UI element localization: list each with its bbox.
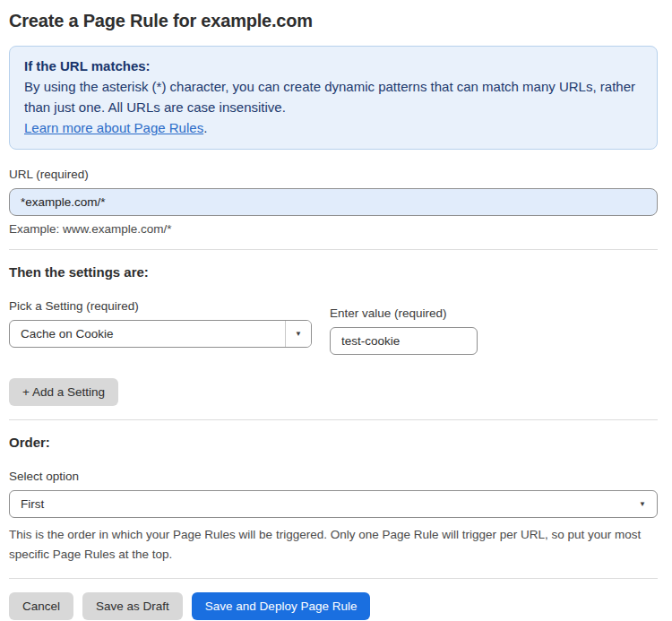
add-setting-button[interactable]: + Add a Setting: [9, 378, 118, 406]
enter-value-group: Enter value (required): [330, 299, 478, 355]
url-input[interactable]: [9, 188, 658, 216]
setting-select[interactable]: Cache on Cookie ▼: [9, 320, 312, 348]
chevron-down-icon: ▼: [639, 501, 646, 508]
order-select[interactable]: First ▼: [9, 490, 658, 518]
url-match-info-box: If the URL matches: By using the asteris…: [9, 46, 658, 150]
url-label: URL (required): [9, 168, 658, 181]
setting-row: Pick a Setting (required) Cache on Cooki…: [9, 299, 658, 355]
learn-more-link[interactable]: Learn more about Page Rules: [24, 120, 203, 135]
settings-heading: Then the settings are:: [9, 264, 658, 280]
section-divider: [9, 419, 658, 420]
url-field-group: URL (required) Example: www.example.com/…: [9, 168, 658, 236]
info-link-row: Learn more about Page Rules.: [24, 117, 642, 138]
section-divider: [9, 249, 658, 250]
order-heading: Order:: [9, 435, 658, 450]
order-description: This is the order in which your Page Rul…: [9, 525, 658, 565]
info-box-heading: If the URL matches:: [24, 56, 642, 76]
page-title: Create a Page Rule for example.com: [9, 11, 658, 31]
url-hint: Example: www.example.com/*: [9, 222, 658, 236]
setting-value-input[interactable]: [330, 327, 478, 355]
save-deploy-button[interactable]: Save and Deploy Page Rule: [192, 592, 371, 620]
cancel-button[interactable]: Cancel: [9, 592, 73, 620]
footer-actions: Cancel Save as Draft Save and Deploy Pag…: [9, 592, 658, 620]
order-select-value: First: [10, 497, 657, 511]
info-box-body: By using the asterisk (*) character, you…: [24, 76, 642, 117]
order-select-label: Select option: [9, 470, 658, 483]
pick-setting-group: Pick a Setting (required) Cache on Cooki…: [9, 299, 312, 348]
pick-setting-label: Pick a Setting (required): [9, 299, 312, 313]
section-divider: [9, 578, 658, 579]
setting-select-value: Cache on Cookie: [10, 327, 285, 341]
chevron-down-icon: ▼: [295, 331, 302, 338]
create-page-rule-panel: Create a Page Rule for example.com If th…: [0, 0, 672, 621]
order-field-group: Select option First ▼ This is the order …: [9, 470, 658, 565]
save-draft-button[interactable]: Save as Draft: [82, 592, 183, 620]
enter-value-label: Enter value (required): [330, 306, 478, 320]
setting-select-arrow-button[interactable]: ▼: [285, 321, 311, 347]
info-link-period: .: [203, 120, 207, 135]
